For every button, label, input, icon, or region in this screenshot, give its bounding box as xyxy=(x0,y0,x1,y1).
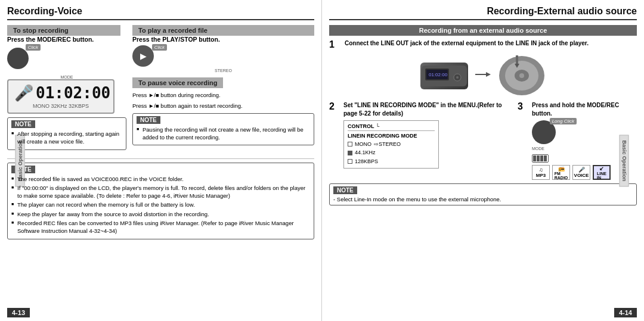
step2: 2 Set "LINE IN RECORDING MODE" in the ME… xyxy=(329,101,512,180)
bottom-note-3: Keep the player far away from the source… xyxy=(11,210,310,218)
step1-content: Connect the LINE OUT jack of the externa… xyxy=(345,39,637,50)
stop-press: Press the MODE/REC button. xyxy=(7,36,126,43)
freq-checkbox xyxy=(348,151,352,155)
note-title-2: NOTE xyxy=(137,116,160,124)
step2-inner: 2 Set "LINE IN RECORDING MODE" in the ME… xyxy=(329,101,512,169)
note-right: NOTE - Select Line-In mode on the menu t… xyxy=(329,183,637,205)
right-title: Recording-External audio source xyxy=(329,6,637,20)
click-label: Click xyxy=(26,44,41,51)
mode-rec-button[interactable] xyxy=(7,48,29,69)
pause-text-2: Press ►/■ button again to restart record… xyxy=(132,102,314,110)
recording-header: Recording from an external audio source xyxy=(329,25,637,36)
bottom-note-1: If "00:00:00" is displayed on the LCD, t… xyxy=(11,184,310,200)
long-click-wrapper: Long Click xyxy=(532,120,556,144)
step1: 1 Connect the LINE OUT jack of the exter… xyxy=(329,39,637,50)
note-title-right: NOTE xyxy=(333,186,357,194)
battery-bar-1 xyxy=(533,155,536,161)
cd-player-img xyxy=(498,55,546,96)
stop-section: To stop recording Press the MODE/REC but… xyxy=(7,25,126,154)
note-box-2: NOTE Pausing the recording will not crea… xyxy=(132,113,314,146)
play-btn-wrapper: ▶ Click xyxy=(132,45,154,67)
step1-text: Connect the LINE OUT jack of the externa… xyxy=(345,39,637,48)
svg-marker-7 xyxy=(486,72,491,77)
play-stop-button[interactable]: ▶ xyxy=(132,45,154,67)
bitrate-label: 128KBPS xyxy=(355,157,378,166)
step3-num: 3 xyxy=(518,101,530,180)
left-title: Recording-Voice xyxy=(7,6,314,20)
devices-illustration: 01:02:00 xyxy=(329,55,637,96)
battery-bar-3 xyxy=(540,155,543,161)
control-header: CONTROL └ xyxy=(348,123,435,131)
voice-label: VOICE xyxy=(574,173,589,178)
long-click-label: Long Click xyxy=(550,118,577,124)
device-display: 🎤 01:02:00 MONO 32KHz 32KBPS xyxy=(7,79,114,114)
left-page: Basic Operation Recording-Voice To stop … xyxy=(0,0,322,321)
play-click-label: Click xyxy=(152,44,167,51)
svg-rect-12 xyxy=(516,55,518,64)
time-display: 🎤 01:02:00 xyxy=(14,84,107,102)
battery-icon xyxy=(532,154,549,163)
mode-label: MODE xyxy=(7,75,126,79)
note-box-3: NOTE The recorded file is saved as VOICE… xyxy=(7,163,314,239)
control-row-3: 128KBPS xyxy=(348,157,435,166)
mode-btn-area: Click xyxy=(7,45,126,73)
control-row-1: MONO ⇨STEREO xyxy=(348,140,435,148)
note-right-text: - Select Line-In mode on the menu to use… xyxy=(333,196,633,202)
play-pause-section: To play a recorded file Press the PLAY/S… xyxy=(132,25,314,154)
note-item-1: After stopping a recording, starting aga… xyxy=(11,130,122,146)
svg-point-5 xyxy=(456,76,459,79)
page-num-right: 4-14 xyxy=(614,308,637,317)
steps-2-3: 2 Set "LINE IN RECORDING MODE" in the ME… xyxy=(329,101,637,180)
note-title-1: NOTE xyxy=(11,120,35,128)
battery-bar-4 xyxy=(544,155,547,161)
player-device-img: 01:02:00 xyxy=(420,63,468,89)
control-panel: CONTROL └ LINEIN RECORDING MODE MONO ⇨ST… xyxy=(343,120,439,169)
svg-text:01:02:00: 01:02:00 xyxy=(429,72,448,77)
control-title: LINEIN RECORDING MODE xyxy=(348,133,435,139)
right-page: Basic Operation Recording-External audio… xyxy=(322,0,644,321)
line-in-icon: ↙ xyxy=(599,166,604,172)
play-header: To play a recorded file xyxy=(132,25,314,36)
stereo-label: STEREO xyxy=(132,68,314,73)
fm-radio-label: FMRADIO xyxy=(555,172,568,180)
pause-header: To pause voice recording xyxy=(132,77,223,88)
side-label-right: Basic Operation xyxy=(619,135,628,186)
bottom-note-4: Recorded REC files can be converted to M… xyxy=(11,219,310,235)
voice-icon-box: 🎤 VOICE xyxy=(572,165,590,180)
bottom-note-0: The recorded file is saved as VOICE000.R… xyxy=(11,175,310,183)
page-num-left: 4-13 xyxy=(7,308,30,317)
control-row-2: 44.1KHz xyxy=(348,148,435,157)
mode-btn-wrapper: Click xyxy=(7,45,29,73)
note-box-1: NOTE After stopping a recording, startin… xyxy=(7,117,126,150)
bottom-note-2: The player can not record when the memor… xyxy=(11,201,310,208)
step1-num: 1 xyxy=(329,39,341,50)
stop-header: To stop recording xyxy=(7,25,120,36)
mp3-icon: ♫ xyxy=(539,167,543,173)
battery-bar-2 xyxy=(537,155,540,161)
display-sub: MONO 32KHz 32KBPS xyxy=(14,103,107,109)
step2-content: Set "LINE IN RECORDING MODE" in the MENU… xyxy=(343,101,512,169)
pause-text-1: Press ►/■ button during recording. xyxy=(132,91,314,99)
top-sections: To stop recording Press the MODE/REC but… xyxy=(7,25,314,154)
mono-checkbox xyxy=(348,142,352,147)
step2-text: Set "LINE IN RECORDING MODE" in the MENU… xyxy=(343,101,512,118)
play-press: Press the PLAY/STOP button. xyxy=(132,36,314,43)
bitrate-checkbox xyxy=(348,159,352,164)
note-item-2: Pausing the recording will not create a … xyxy=(137,126,310,142)
divider xyxy=(7,158,314,159)
svg-point-11 xyxy=(519,73,524,78)
step3-text: Press and hold the MODE/REC button. xyxy=(532,101,637,118)
mono-label: MONO xyxy=(355,140,371,148)
voice-icon: 🎤 xyxy=(578,167,585,173)
line-in-icon-box: ↙ LINEIN xyxy=(593,165,611,180)
fm-radio-icon-box: 📻 FMRADIO xyxy=(552,165,570,180)
line-in-label: LINEIN xyxy=(597,172,606,180)
connector-arrow xyxy=(474,68,492,83)
time-icon: 🎤 xyxy=(14,84,33,102)
step2-num: 2 xyxy=(329,101,341,169)
pause-section: To pause voice recording Press ►/■ butto… xyxy=(132,77,314,145)
mp3-label: MP3 xyxy=(536,173,546,178)
radio-icon: 📻 xyxy=(558,166,565,172)
stereo-arrow: ⇨STEREO xyxy=(374,140,401,148)
freq-label: 44.1KHz xyxy=(355,148,376,157)
